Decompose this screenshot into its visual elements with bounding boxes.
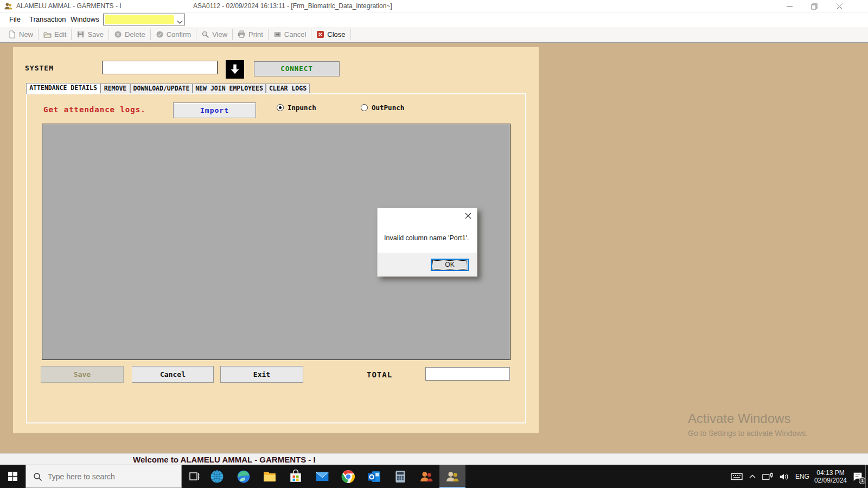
- search-icon: [33, 472, 42, 484]
- get-attendance-logs-label: Get attendance logs.: [43, 105, 146, 114]
- load-systems-button[interactable]: [226, 60, 244, 79]
- window-title: ALAMELU AMMAL - GARMENTS - I: [16, 2, 122, 10]
- taskbar-search[interactable]: [25, 465, 182, 488]
- windows-combobox[interactable]: [103, 14, 185, 25]
- combobox-value: [105, 15, 174, 24]
- title-bar: ALAMELU AMMAL - GARMENTS - I ASA0112 - 0…: [0, 0, 868, 12]
- system-tray: ENG 04:13 PM 02/09/2024 1: [730, 465, 864, 488]
- tab-remove[interactable]: REMOVE: [100, 84, 130, 93]
- minimize-button[interactable]: [778, 0, 801, 12]
- confirm-button[interactable]: Confirm: [151, 28, 196, 41]
- tray-date: 02/09/2024: [814, 477, 847, 484]
- tab-download-update[interactable]: DOWNLOAD/UPDATE: [130, 84, 193, 93]
- menu-bar: File Transaction Windows: [0, 12, 868, 27]
- screen: ALAMELU AMMAL - GARMENTS - I ASA0112 - 0…: [0, 0, 868, 488]
- clock[interactable]: 04:13 PM 02/09/2024: [814, 469, 847, 484]
- cancel-icon: [273, 30, 282, 38]
- ok-button[interactable]: OK: [431, 259, 469, 271]
- down-arrow-icon: [229, 63, 241, 75]
- task-view-button[interactable]: [181, 469, 207, 484]
- app-icon: [4, 2, 13, 11]
- start-button[interactable]: [0, 465, 25, 488]
- close-button[interactable]: Close: [311, 28, 350, 41]
- print-icon: [238, 30, 246, 38]
- save-icon: [76, 30, 85, 38]
- close-window-button[interactable]: [828, 0, 851, 12]
- tab-attendance-details[interactable]: ATTENDANCE DETAILS: [26, 83, 100, 94]
- tray-chevron-up-icon[interactable]: [748, 472, 757, 481]
- menu-file[interactable]: File: [9, 15, 21, 23]
- chevron-down-icon: [177, 17, 183, 27]
- edit-button[interactable]: Edit: [39, 28, 71, 41]
- view-button[interactable]: View: [196, 28, 232, 41]
- import-button[interactable]: Import: [173, 102, 256, 118]
- network-icon[interactable]: [762, 471, 774, 483]
- activate-windows-watermark: Activate Windows Go to Settings to activ…: [688, 411, 808, 438]
- people-app-icon[interactable]: [413, 469, 439, 484]
- connect-button[interactable]: CONNECT: [254, 61, 340, 76]
- save-form-button[interactable]: Save: [41, 366, 124, 383]
- close-icon: [316, 30, 324, 38]
- restore-button[interactable]: [803, 0, 826, 12]
- system-label: SYSTEM: [25, 64, 54, 72]
- dialog-close-icon[interactable]: [464, 211, 473, 220]
- chrome-icon[interactable]: [335, 469, 361, 484]
- session-title: ASA0112 - 02/09/2024 16:13:11 - [Frm_Bio…: [193, 2, 392, 10]
- error-dialog: Invalid column name 'Port1'. OK: [377, 208, 477, 277]
- edit-icon: [43, 30, 52, 38]
- language-indicator[interactable]: ENG: [795, 473, 809, 480]
- cancel-button[interactable]: Cancel: [269, 28, 311, 41]
- windows-logo-icon: [8, 472, 17, 481]
- microsoft-store-icon[interactable]: [283, 469, 309, 484]
- taskbar: ENG 04:13 PM 02/09/2024 1: [0, 465, 868, 488]
- radio-selected-icon: [277, 104, 284, 111]
- system-input[interactable]: [102, 61, 218, 74]
- edge-icon[interactable]: [231, 469, 257, 484]
- welcome-status-text: Welcome to ALAMELU AMMAL - GARMENTS - I: [133, 455, 316, 464]
- save-button[interactable]: Save: [72, 28, 108, 41]
- print-button[interactable]: Print: [233, 28, 268, 41]
- exit-form-button[interactable]: Exit: [220, 366, 303, 383]
- new-icon: [8, 30, 16, 38]
- outpunch-radio[interactable]: OutPunch: [361, 104, 404, 112]
- tray-time: 04:13 PM: [814, 469, 847, 477]
- mail-icon[interactable]: [309, 469, 335, 484]
- inpunch-radio[interactable]: Inpunch: [277, 104, 316, 112]
- total-input[interactable]: [425, 367, 510, 381]
- view-icon: [201, 30, 209, 38]
- calculator-icon[interactable]: [387, 469, 413, 484]
- volume-icon[interactable]: [778, 471, 790, 483]
- total-label: TOTAL: [367, 370, 392, 379]
- search-input[interactable]: [48, 465, 178, 487]
- dialog-message: Invalid column name 'Port1'.: [384, 234, 469, 242]
- menu-transaction[interactable]: Transaction: [29, 15, 66, 23]
- touch-keyboard-icon[interactable]: [730, 470, 743, 483]
- internet-explorer-icon[interactable]: [204, 469, 230, 484]
- garments-app-icon[interactable]: [439, 469, 465, 484]
- cancel-form-button[interactable]: Cancel: [132, 366, 214, 383]
- status-bar: Welcome to ALAMELU AMMAL - GARMENTS - I: [0, 453, 868, 465]
- notification-center-icon[interactable]: 1: [852, 471, 864, 483]
- radio-unselected-icon: [361, 104, 368, 111]
- outlook-icon[interactable]: [361, 469, 387, 484]
- menu-windows[interactable]: Windows: [71, 15, 99, 23]
- tab-new-join-employees[interactable]: NEW JOIN EMPLOYEES: [193, 84, 266, 93]
- file-explorer-icon[interactable]: [257, 469, 283, 484]
- delete-button[interactable]: Delete: [109, 28, 150, 41]
- confirm-icon: [156, 30, 164, 38]
- toolbar: New Edit Save Delete Confirm View: [0, 27, 868, 42]
- show-desktop-button[interactable]: [865, 465, 868, 488]
- delete-icon: [114, 30, 122, 38]
- new-button[interactable]: New: [3, 28, 38, 41]
- tab-clear-logs[interactable]: CLEAR LOGS: [266, 84, 310, 93]
